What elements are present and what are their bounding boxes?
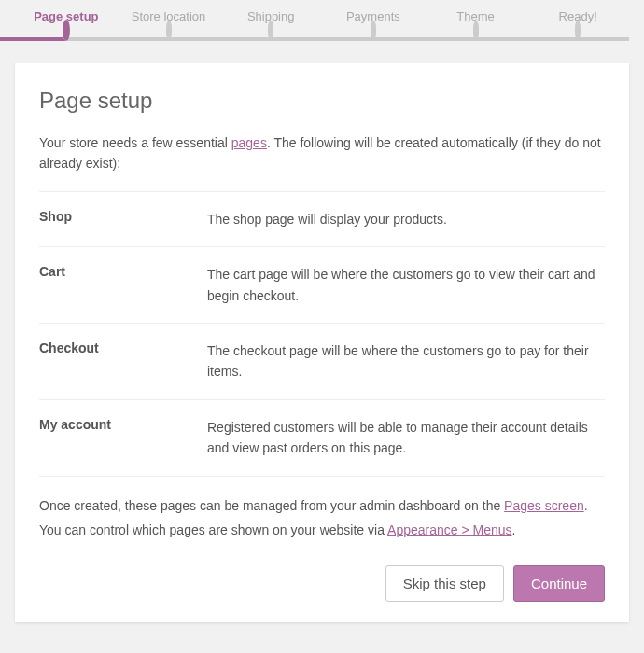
step-page-setup[interactable]: Page setup (15, 9, 118, 37)
pages-link[interactable]: pages (231, 135, 267, 150)
row-label-cart: Cart (39, 264, 207, 306)
step-dot-icon (268, 21, 273, 40)
step-dot-icon (371, 21, 376, 40)
step-theme[interactable]: Theme (425, 9, 527, 37)
outro-t3: . (512, 522, 516, 537)
row-desc: The cart page will be where the customer… (207, 264, 605, 306)
outro-t1: Once created, these pages can be managed… (39, 498, 504, 513)
row-desc: The shop page will display your products… (207, 209, 605, 229)
skip-button[interactable]: Skip this step (385, 565, 504, 602)
step-dot-icon (166, 21, 172, 40)
table-row: My account Registered customers will be … (39, 400, 605, 477)
step-payments[interactable]: Payments (322, 9, 425, 37)
table-row: Cart The cart page will be where the cus… (39, 247, 605, 324)
row-desc: Registered customers will be able to man… (207, 417, 605, 459)
step-dot-icon (575, 21, 581, 40)
continue-button[interactable]: Continue (513, 565, 605, 602)
outro-text: Once created, these pages can be managed… (39, 493, 605, 543)
step-shipping[interactable]: Shipping (219, 9, 322, 37)
step-ready[interactable]: Ready! (526, 9, 629, 37)
pages-screen-link[interactable]: Pages screen (504, 498, 584, 513)
setup-wizard: Page setup Store location Shipping Payme… (0, 0, 644, 622)
wizard-steps: Page setup Store location Shipping Payme… (0, 0, 644, 63)
row-label-shop: Shop (39, 209, 207, 229)
step-dot-icon (63, 20, 70, 41)
table-row: Shop The shop page will display your pro… (39, 192, 605, 247)
intro-text: Your store needs a few essential pages. … (39, 132, 605, 174)
intro-before: Your store needs a few essential (39, 135, 231, 150)
row-desc: The checkout page will be where the cust… (207, 340, 605, 382)
pages-table: Shop The shop page will display your pro… (39, 191, 605, 477)
step-dot-icon (473, 21, 479, 40)
row-label-checkout: Checkout (39, 340, 207, 382)
row-label-my-account: My account (39, 417, 207, 459)
step-store-location[interactable]: Store location (118, 9, 220, 37)
table-row: Checkout The checkout page will be where… (39, 324, 605, 400)
page-title: Page setup (39, 88, 605, 114)
appearance-menus-link[interactable]: Appearance > Menus (387, 522, 511, 537)
wizard-card: Page setup Your store needs a few essent… (15, 63, 629, 622)
wizard-actions: Skip this step Continue (39, 565, 605, 602)
